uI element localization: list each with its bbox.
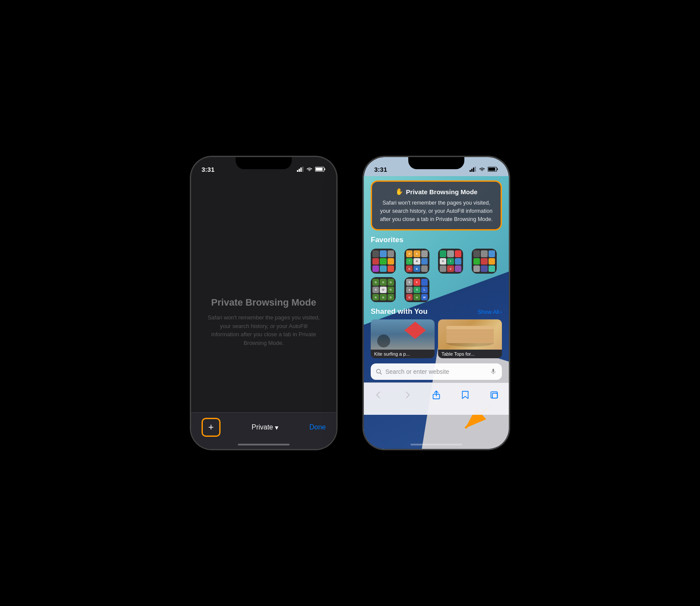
svg-rect-6 <box>316 168 323 171</box>
hand-icon: ✋ <box>395 188 404 196</box>
shared-title: Shared with You <box>371 307 428 316</box>
svg-rect-10 <box>471 169 473 172</box>
private-screen-content: Private Browsing Mode Safari won't remem… <box>191 176 336 449</box>
shared-with-you-section: Shared with You Show All › Kite surfing … <box>364 306 509 361</box>
svg-rect-27 <box>491 392 498 398</box>
home-indicator-right <box>410 444 462 445</box>
svg-rect-0 <box>297 170 298 172</box>
private-mode-card-title: ✋ Private Browsing Mode <box>379 188 494 196</box>
chevron-down-icon: ▾ <box>275 423 278 432</box>
tabs-icon <box>490 391 498 399</box>
svg-rect-5 <box>325 168 325 170</box>
svg-rect-2 <box>300 167 302 172</box>
private-mode-label[interactable]: Private ▾ <box>252 423 278 432</box>
back-button[interactable] <box>371 387 386 403</box>
shared-cards: Kite surfing a p... <box>371 319 502 358</box>
table-image <box>438 319 502 350</box>
favorites-section: Favorites A <box>364 236 509 306</box>
private-mode-card-desc: Safari won't remember the pages you visi… <box>379 199 494 223</box>
kite-card-label: Kite surfing a p... <box>371 350 435 358</box>
tabs-button[interactable] <box>486 387 502 403</box>
time-left: 3:31 <box>202 166 214 173</box>
safari-content: ✋ Private Browsing Mode Safari won't rem… <box>364 176 509 449</box>
private-mode-card: ✋ Private Browsing Mode Safari won't rem… <box>371 180 502 230</box>
shared-card-table[interactable]: Table Tops for... <box>438 319 502 358</box>
table-card-label: Table Tops for... <box>438 350 502 358</box>
svg-rect-24 <box>492 369 494 372</box>
fav-icon-1[interactable] <box>371 249 396 274</box>
search-placeholder: Search or enter website <box>385 368 486 375</box>
notch <box>236 157 292 169</box>
status-icons-left <box>297 167 326 172</box>
shared-header: Shared with You Show All › <box>371 307 502 316</box>
home-indicator-left <box>238 444 290 445</box>
back-icon <box>374 391 383 399</box>
status-icons-right <box>470 167 498 172</box>
fav-icon-2[interactable]: A A * A C B <box>404 249 429 274</box>
battery-icon-right <box>488 167 498 172</box>
safari-toolbar <box>364 382 509 415</box>
bookmarks-icon <box>461 391 470 399</box>
left-iphone: 3:31 <box>190 156 337 450</box>
share-button[interactable] <box>429 387 444 403</box>
forward-button[interactable] <box>400 387 415 403</box>
right-iphone: 3:31 <box>363 156 510 450</box>
battery-icon <box>315 167 326 172</box>
kite-image <box>371 319 435 350</box>
svg-rect-3 <box>302 167 303 172</box>
private-browsing-title: Private Browsing Mode <box>211 297 316 308</box>
svg-rect-28 <box>492 393 498 398</box>
svg-rect-15 <box>489 168 495 171</box>
new-tab-button[interactable]: + <box>202 418 221 437</box>
time-right: 3:31 <box>374 166 387 173</box>
fav-icon-3[interactable]: C I V <box>438 249 463 274</box>
svg-rect-11 <box>473 167 474 172</box>
svg-rect-12 <box>475 167 476 172</box>
svg-rect-18 <box>446 326 494 329</box>
svg-rect-14 <box>497 168 498 170</box>
favorites-grid: A A * A C B C I <box>371 249 502 302</box>
svg-rect-1 <box>299 169 300 172</box>
shared-card-kite[interactable]: Kite surfing a p... <box>371 319 435 358</box>
signal-icon-right <box>470 167 476 172</box>
fav-icon-6[interactable]: ✦ F ✦ S L U U W <box>404 277 429 302</box>
search-icon <box>376 369 382 375</box>
svg-rect-9 <box>470 170 471 172</box>
share-icon <box>432 390 441 400</box>
table-top-svg <box>438 319 502 350</box>
wifi-icon-right <box>479 167 486 172</box>
fav-icon-5[interactable]: G G G G U G G G G <box>371 277 396 302</box>
signal-icon <box>297 167 304 172</box>
forward-icon <box>403 391 412 399</box>
kite-shape <box>404 322 426 339</box>
wifi-icon <box>306 167 313 172</box>
show-all-button[interactable]: Show All › <box>478 309 502 315</box>
search-bar-container: Search or enter website <box>364 361 509 382</box>
chevron-right-icon: › <box>500 309 502 315</box>
favorites-title: Favorites <box>371 236 502 244</box>
fav-icon-4[interactable] <box>472 249 497 274</box>
microphone-icon[interactable] <box>490 368 497 375</box>
person-shape <box>377 335 390 347</box>
bookmarks-button[interactable] <box>457 387 473 403</box>
notch-right <box>408 157 464 169</box>
search-bar[interactable]: Search or enter website <box>371 363 502 380</box>
done-button[interactable]: Done <box>309 423 326 431</box>
svg-line-23 <box>380 373 382 375</box>
private-browsing-desc: Safari won't remember the pages you visi… <box>208 313 320 347</box>
